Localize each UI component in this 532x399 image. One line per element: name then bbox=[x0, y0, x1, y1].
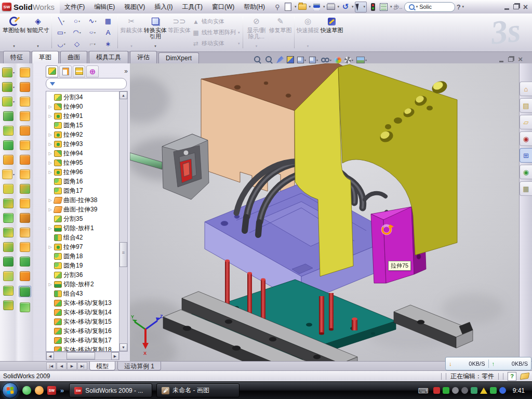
sketch-entity-button-0[interactable]: ╲▾ bbox=[54, 16, 69, 27]
panel-overflow-button[interactable]: » bbox=[124, 68, 128, 75]
tree-item-12[interactable]: ▷曲面-拉伸39 bbox=[46, 205, 119, 214]
tree-item-21[interactable]: 组合43 bbox=[46, 289, 119, 298]
entity-dropdown[interactable]: ▾ bbox=[63, 19, 64, 23]
doc-tab-1[interactable]: 运动算例 1 bbox=[117, 362, 161, 370]
tree-item-15[interactable]: 组合42 bbox=[46, 233, 119, 242]
scrollbar-thumb[interactable] bbox=[119, 242, 127, 267]
hide-show-items-button[interactable]: ▾ bbox=[321, 56, 331, 64]
select-dropdown[interactable]: ▾ bbox=[363, 5, 365, 9]
print-dropdown[interactable]: ▾ bbox=[337, 5, 339, 9]
tool-dropdown[interactable]: ▾ bbox=[13, 100, 15, 103]
pin-icon[interactable]: ⚲ bbox=[273, 2, 282, 11]
col2-tool-0[interactable] bbox=[20, 68, 30, 77]
tree-item-24[interactable]: 实体-移动/复制15 bbox=[46, 317, 119, 326]
tree-item-17[interactable]: 圆角18 bbox=[46, 251, 119, 261]
help-button[interactable]: ? bbox=[457, 3, 461, 11]
hide-show-items-dropdown[interactable]: ▾ bbox=[330, 58, 331, 62]
col2-tool-7[interactable] bbox=[20, 169, 30, 179]
sketch-entity-button-2[interactable]: ∿▾ bbox=[85, 16, 100, 27]
entity-dropdown[interactable]: ▾ bbox=[78, 19, 80, 23]
restore-button[interactable] bbox=[513, 4, 519, 9]
tree-item-27[interactable]: 实体-移动/复制18 bbox=[46, 345, 119, 352]
col2-tool-12[interactable] bbox=[20, 242, 30, 251]
open-file-button[interactable] bbox=[298, 2, 307, 11]
command-dropdown[interactable]: ▾ bbox=[238, 42, 240, 46]
close-button[interactable]: × bbox=[523, 4, 528, 10]
sketch-entity-button-1[interactable]: ○▾ bbox=[69, 16, 85, 27]
command-1-row[interactable]: ▦线性草图阵列▾ bbox=[192, 28, 240, 38]
tree-item-4[interactable]: ▷拉伸92 bbox=[46, 130, 119, 139]
overflow-item[interactable]: 步.. bbox=[394, 3, 403, 11]
command-button-0[interactable]: 草图绘制▾ bbox=[2, 15, 26, 50]
tray-shield-green-icon[interactable] bbox=[490, 387, 497, 394]
quick-launch-solidworks[interactable]: SW bbox=[47, 386, 56, 395]
tree-item-7[interactable]: ▷拉伸95 bbox=[46, 158, 119, 167]
menu-item-0[interactable]: 文件(F) bbox=[60, 1, 89, 14]
menu-item-2[interactable]: 视图(V) bbox=[119, 1, 150, 14]
options-dropdown[interactable]: ▾ bbox=[390, 5, 392, 9]
col1-tool-6[interactable] bbox=[3, 155, 14, 164]
command-dropdown[interactable]: ▾ bbox=[238, 31, 240, 35]
taskpane-tab-search-results[interactable]: ◉ bbox=[520, 131, 532, 146]
tray-phone-green-icon[interactable] bbox=[471, 387, 477, 394]
expand-arrow[interactable]: ▷ bbox=[48, 142, 52, 147]
col2-tool-9[interactable] bbox=[20, 198, 30, 208]
view-settings-dropdown[interactable]: ▾ bbox=[365, 58, 367, 62]
col1-tool-14[interactable] bbox=[3, 271, 14, 281]
col2-tool-8[interactable] bbox=[20, 184, 30, 193]
ribbon-tab-0[interactable]: 特征 bbox=[3, 51, 30, 63]
ribbon-tab-1[interactable]: 草图 bbox=[32, 51, 59, 64]
col1-tool-2[interactable]: ▾ bbox=[2, 97, 15, 106]
tree-item-16[interactable]: ▷拉伸97 bbox=[46, 242, 119, 251]
tree-item-14[interactable]: ▷切除-放样1 bbox=[46, 223, 119, 233]
tool-dropdown[interactable]: ▾ bbox=[13, 71, 15, 74]
command-dropdown[interactable]: ▾ bbox=[13, 43, 15, 49]
col1-tool-12[interactable] bbox=[3, 242, 14, 251]
col2-tool-2[interactable] bbox=[20, 97, 30, 106]
sketch-entity-button-6[interactable]: ○▾ bbox=[85, 27, 100, 38]
quick-tips-icon[interactable]: ? bbox=[508, 372, 516, 381]
col2-tool-1[interactable] bbox=[20, 82, 30, 91]
doc-minimize-button[interactable] bbox=[499, 61, 503, 62]
rebuild-button[interactable] bbox=[368, 2, 378, 11]
col1-tool-5[interactable] bbox=[3, 140, 14, 150]
taskbar-window-1[interactable]: 🖌未命名 - 画图 bbox=[156, 383, 240, 397]
tree-item-25[interactable]: 实体-移动/复制16 bbox=[46, 326, 119, 336]
sketch-entity-button-8[interactable]: ◡▾ bbox=[54, 38, 69, 50]
sketch-entity-button-9[interactable]: ◇ bbox=[69, 38, 85, 50]
tree-item-9[interactable]: 圆角16 bbox=[46, 177, 119, 186]
col1-tool-1[interactable]: ▾ bbox=[2, 82, 15, 91]
display-style-button[interactable]: ▾ bbox=[309, 57, 318, 63]
expand-arrow[interactable]: ▷ bbox=[48, 207, 52, 212]
sketch-entity-button-5[interactable]: ◠▾ bbox=[69, 27, 85, 38]
command-dropdown[interactable]: ▾ bbox=[154, 43, 156, 49]
tree-item-0[interactable]: 分割34 bbox=[46, 92, 119, 102]
help-dropdown[interactable]: ▾ bbox=[462, 5, 464, 9]
command-0-row[interactable]: ▲镜向实体 bbox=[192, 17, 240, 27]
command-button-13[interactable]: ◎快速捕捉▾ bbox=[296, 15, 320, 50]
ribbon-tab-2[interactable]: 曲面 bbox=[60, 51, 87, 63]
taskpane-tab-view-palette[interactable]: ⊞ bbox=[520, 148, 532, 163]
tab-feature-manager[interactable] bbox=[46, 65, 58, 77]
col1-tool-15[interactable] bbox=[3, 286, 14, 295]
tree-item-10[interactable]: 圆角17 bbox=[46, 186, 119, 195]
col2-tool-15[interactable] bbox=[19, 286, 31, 297]
col1-tool-8[interactable] bbox=[3, 184, 14, 193]
expand-arrow[interactable]: ▷ bbox=[48, 226, 52, 231]
options-button[interactable] bbox=[379, 2, 389, 11]
expand-arrow[interactable]: ▷ bbox=[48, 104, 52, 109]
tree-item-3[interactable]: 圆角15 bbox=[46, 121, 119, 130]
expand-arrow[interactable]: ▷ bbox=[48, 161, 52, 165]
scroll-right-arrow[interactable]: ▶ bbox=[111, 352, 119, 360]
col1-tool-10[interactable] bbox=[3, 213, 14, 222]
tool-dropdown[interactable]: ▾ bbox=[13, 85, 15, 89]
tree-item-2[interactable]: ▷拉伸91 bbox=[46, 111, 119, 121]
tree-item-22[interactable]: 实体-移动/复制13 bbox=[46, 298, 119, 308]
search-dropdown[interactable]: ▾ bbox=[416, 5, 418, 9]
command-button-5[interactable]: ✂剪裁实体▾ bbox=[119, 15, 143, 50]
sketch-entity-button-10[interactable]: ⌐▾ bbox=[85, 38, 100, 50]
doc-restore-button[interactable] bbox=[508, 57, 513, 62]
menu-item-1[interactable]: 编辑(E) bbox=[89, 1, 119, 14]
sketch-entity-button-4[interactable]: ▭▾ bbox=[54, 27, 69, 38]
scene-dropdown[interactable]: ▾ bbox=[352, 58, 353, 62]
